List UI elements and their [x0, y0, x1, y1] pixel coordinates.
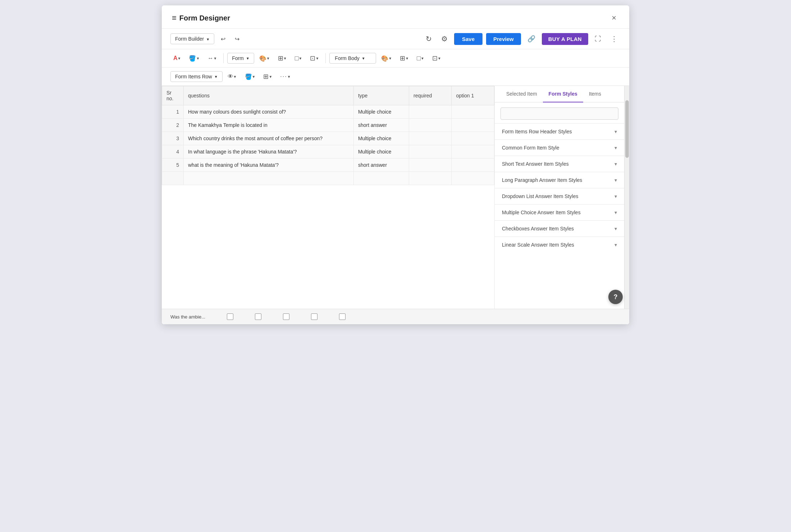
- form-body-grid-button[interactable]: ⊞ ▼: [397, 52, 412, 64]
- chevron-down-icon: ▾: [614, 226, 617, 231]
- checkbox-4[interactable]: [311, 313, 317, 320]
- cell-required: [409, 105, 452, 119]
- settings-button[interactable]: ⚙: [438, 32, 451, 45]
- row-more-button[interactable]: ··· ▼: [277, 71, 293, 82]
- checkbox-5[interactable]: [339, 313, 346, 320]
- accordion-header-multiple-choice[interactable]: Multiple Choice Answer Item Styles ▾: [495, 205, 624, 220]
- cell-type: Multiple choice: [353, 105, 409, 119]
- undo-button[interactable]: [218, 33, 228, 45]
- width-button[interactable]: ↔ ▼: [205, 53, 220, 64]
- tab-items[interactable]: Items: [583, 86, 607, 102]
- font-color-button[interactable]: A ▼: [170, 53, 184, 64]
- refresh-icon: ↻: [426, 35, 432, 43]
- bg-color-button[interactable]: 🪣 ▼: [186, 53, 202, 64]
- cell-option1: [452, 159, 494, 172]
- accordion-header-row-header[interactable]: Form Items Row Header Styles ▾: [495, 124, 624, 139]
- chevron-down-icon: ▾: [614, 145, 617, 151]
- eye-strike-button[interactable]: 👁 ▼: [225, 71, 240, 82]
- link-button[interactable]: 🔗: [525, 33, 538, 45]
- cell-question: what is the meaning of 'Hakuna Matata'?: [184, 159, 354, 172]
- cell-num: 2: [162, 119, 184, 132]
- form-body-grid-caret: ▼: [405, 56, 409, 60]
- scrollbar-thumb[interactable]: [625, 100, 629, 158]
- form-body-grid-icon: ⊞: [400, 54, 405, 62]
- cell-option1: [452, 132, 494, 145]
- border-color-button[interactable]: 🎨 ▼: [256, 53, 273, 64]
- cell-type: Multiple choice: [353, 132, 409, 145]
- more-options-button[interactable]: ⋮: [608, 32, 621, 45]
- form-label: Form: [232, 55, 244, 61]
- accordion-header-common-item[interactable]: Common Form Item Style ▾: [495, 140, 624, 156]
- form-builder-dropdown[interactable]: Form Builder: [170, 33, 214, 44]
- accordion-label-dropdown-list: Dropdown List Answer Item Styles: [502, 193, 578, 199]
- form-body-color-icon: 🎨: [381, 55, 388, 62]
- grid-caret: ▼: [283, 56, 287, 60]
- accordion-header-short-text[interactable]: Short Text Answer Item Styles ▾: [495, 156, 624, 172]
- grid-button[interactable]: ⊞ ▼: [275, 52, 290, 64]
- col-header-type: type: [353, 86, 409, 105]
- save-button[interactable]: Save: [454, 33, 483, 45]
- accordion-header-linear-scale[interactable]: Linear Scale Answer Item Styles ▾: [495, 237, 624, 253]
- accordion-header-dropdown-list[interactable]: Dropdown List Answer Item Styles ▾: [495, 188, 624, 204]
- bottom-text: Was the ambie...: [170, 314, 205, 320]
- form-caret: ▼: [246, 56, 250, 60]
- hamburger-icon: ≡: [172, 13, 177, 23]
- row-grid-caret: ▼: [269, 75, 272, 79]
- form-items-row-dropdown[interactable]: Form Items Row ▼: [170, 71, 223, 82]
- form-dropdown[interactable]: Form ▼: [227, 53, 254, 64]
- form-body-dropdown[interactable]: Form Body ▼: [329, 53, 376, 64]
- cell-num: 5: [162, 159, 184, 172]
- row-bg-color-button[interactable]: 🪣 ▼: [242, 71, 259, 82]
- tab-selected-item[interactable]: Selected Item: [500, 86, 543, 102]
- search-input[interactable]: [500, 107, 618, 120]
- cell-type: Multiple choice: [353, 145, 409, 159]
- cell-required: [409, 132, 452, 145]
- help-fab-button[interactable]: ?: [608, 290, 623, 304]
- checkbox-2[interactable]: [255, 313, 261, 320]
- accordion-section-common-item: Common Form Item Style ▾: [495, 139, 624, 156]
- accordion-label-long-paragraph: Long Paragraph Answer Item Styles: [502, 177, 582, 183]
- form-items-row-caret: ▼: [214, 75, 218, 79]
- redo-button[interactable]: [232, 33, 242, 45]
- width-caret: ▼: [213, 56, 217, 60]
- form-builder-label: Form Builder: [175, 36, 204, 42]
- font-color-caret: ▼: [178, 56, 181, 60]
- border-button[interactable]: □ ▼: [292, 52, 305, 64]
- checkbox-3[interactable]: [283, 313, 289, 320]
- expand-icon: ⛶: [595, 35, 601, 43]
- chevron-down-icon: ▾: [614, 242, 617, 248]
- form-body-margin-caret: ▼: [438, 56, 441, 60]
- preview-button[interactable]: Preview: [486, 33, 521, 45]
- refresh-button[interactable]: ↻: [423, 32, 435, 45]
- question-mark-icon: ?: [614, 293, 618, 301]
- border-color-caret: ▼: [266, 56, 270, 60]
- cell-required: [409, 159, 452, 172]
- form-designer-dialog: ≡ Form Designer × Form Builder ↻ ⚙ Save …: [162, 5, 629, 324]
- accordion-header-long-paragraph[interactable]: Long Paragraph Answer Item Styles ▾: [495, 172, 624, 188]
- form-builder-caret-icon: [206, 36, 210, 42]
- buy-plan-button[interactable]: BUY A PLAN: [542, 33, 588, 45]
- panel-tabs: Selected Item Form Styles Items: [495, 86, 624, 102]
- col-header-srno: Sr no.: [162, 86, 184, 105]
- close-button[interactable]: ×: [609, 12, 619, 24]
- form-table: Sr no. questions type required option 1 …: [162, 86, 494, 185]
- accordion-label-row-header: Form Items Row Header Styles: [502, 129, 572, 134]
- col-header-questions: questions: [184, 86, 354, 105]
- dots-icon: ⋮: [611, 35, 618, 43]
- tab-form-styles[interactable]: Form Styles: [543, 86, 583, 102]
- form-body-margin-button[interactable]: ⊡ ▼: [429, 52, 444, 64]
- margin-button[interactable]: ⊡ ▼: [307, 52, 322, 64]
- table-header-row: Sr no. questions type required option 1: [162, 86, 494, 105]
- chevron-down-icon: ▾: [614, 210, 617, 215]
- gear-icon: ⚙: [441, 35, 448, 43]
- expand-button[interactable]: ⛶: [592, 33, 604, 45]
- form-body-border-button[interactable]: □ ▼: [414, 52, 427, 64]
- form-body-color-button[interactable]: 🎨 ▼: [378, 53, 395, 64]
- cell-question: The Kamakhya Temple is located in: [184, 119, 354, 132]
- checkbox-1[interactable]: [227, 313, 233, 320]
- row-bg-caret: ▼: [252, 75, 256, 79]
- row-grid-button[interactable]: ⊞ ▼: [260, 70, 275, 83]
- content-area: Sr no. questions type required option 1 …: [162, 86, 629, 309]
- accordion-section-row-header: Form Items Row Header Styles ▾: [495, 123, 624, 139]
- accordion-header-checkboxes[interactable]: Checkboxes Answer Item Styles ▾: [495, 221, 624, 237]
